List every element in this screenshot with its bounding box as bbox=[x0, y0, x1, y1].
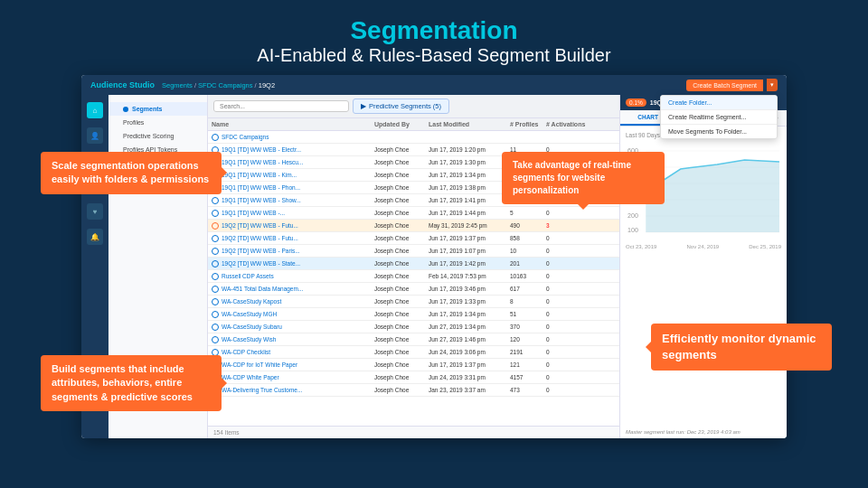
callout-realtime-segments: Take advantage of real-time segments for… bbox=[502, 152, 665, 204]
col-name: Name bbox=[212, 121, 374, 127]
table-row[interactable]: WA-Delivering True Custome... Joseph Cho… bbox=[208, 384, 619, 397]
segment-percent: 0.1% bbox=[626, 99, 646, 107]
svg-text:100: 100 bbox=[627, 227, 638, 233]
row-icon bbox=[212, 134, 219, 141]
callout-build-segments: Build segments that include attributes, … bbox=[41, 355, 222, 411]
table-row[interactable]: WA-CDP White Paper Joseph ChoeJun 24, 20… bbox=[208, 371, 619, 384]
app-topbar: Audience Studio Segments / SFDC Campaign… bbox=[81, 75, 787, 95]
table-row[interactable]: WA-CaseStudy Kapost Joseph ChoeJun 17, 2… bbox=[208, 296, 619, 308]
table-row-highlighted[interactable]: 19Q2 [TD] WW WEB - Futu... Joseph ChoeMa… bbox=[208, 220, 619, 232]
app-logo: Audience Studio bbox=[90, 80, 155, 89]
table-row[interactable]: SFDC Campaigns bbox=[208, 131, 619, 144]
page-title: Segmentation bbox=[0, 16, 868, 45]
table-row[interactable]: Russell CDP Assets Joseph ChoeFeb 14, 20… bbox=[208, 270, 619, 283]
table-row[interactable]: WA-CDP Checklist Joseph ChoeJun 24, 2019… bbox=[208, 346, 619, 359]
predictive-segments-folder[interactable]: ▶ Predictive Segments (5) bbox=[353, 99, 449, 114]
table-row[interactable]: 19Q2 [TD] WW WEB - Futu... Joseph ChoeJu… bbox=[208, 232, 619, 245]
sidebar-icon-home[interactable]: ⌂ bbox=[87, 102, 103, 118]
col-activations: # Activations bbox=[546, 121, 591, 127]
sidebar-icon-heart[interactable]: ♥ bbox=[87, 203, 103, 220]
table-row[interactable]: WA-451 Total Data Managem... Joseph Choe… bbox=[208, 283, 619, 296]
table-row[interactable]: 19Q2 [TD] WW WEB - Paris... Joseph ChoeJ… bbox=[208, 245, 619, 258]
dropdown-create-realtime[interactable]: Create Realtime Segment... bbox=[661, 110, 777, 125]
col-updated: Updated By bbox=[374, 121, 429, 127]
page-subtitle: AI-Enabled & Rules-Based Segment Builder bbox=[0, 45, 868, 66]
table-header: Name Updated By Last Modified # Profiles… bbox=[208, 118, 619, 131]
table-row[interactable]: WA-CaseStudy Wish Joseph ChoeJun 27, 201… bbox=[208, 333, 619, 346]
table-footer: 154 Items bbox=[208, 426, 619, 438]
svg-text:200: 200 bbox=[627, 212, 638, 219]
main-area: Audience Studio Segments / SFDC Campaign… bbox=[27, 75, 841, 438]
left-panel-predictive[interactable]: Predictive Scoring bbox=[108, 129, 207, 143]
chart-labels: Oct 23, 2019 Nov 24, 2019 Dec 25, 2019 bbox=[626, 244, 781, 249]
table-row-selected[interactable]: 19Q2 [TD] WW WEB - State... Joseph ChoeJ… bbox=[208, 258, 619, 270]
dropdown-move-segments[interactable]: Move Segments To Folder... bbox=[661, 125, 777, 138]
svg-marker-12 bbox=[646, 160, 779, 232]
page-header: Segmentation AI-Enabled & Rules-Based Se… bbox=[0, 0, 868, 75]
dropdown-create-folder[interactable]: Create Folder... bbox=[661, 96, 777, 110]
table-row[interactable]: WA-CaseStudy MGH Joseph ChoeJun 17, 2019… bbox=[208, 308, 619, 321]
create-dropdown-menu: Create Folder... Create Realtime Segment… bbox=[660, 95, 778, 139]
left-panel-profiles[interactable]: Profiles bbox=[108, 116, 207, 129]
row-name: SFDC Campaigns bbox=[212, 134, 374, 141]
sidebar-icon-bell[interactable]: 🔔 bbox=[87, 229, 103, 245]
chart-footer: Master segment last run: Dec 23, 2019 4:… bbox=[620, 429, 787, 438]
table-row[interactable]: 19Q1 [TD] WW WEB -... Joseph ChoeJun 17,… bbox=[208, 207, 619, 220]
search-input[interactable] bbox=[213, 100, 349, 112]
callout-monitor-segments: Efficiently monitor dynamic segments bbox=[651, 324, 832, 371]
sidebar-icon-users[interactable]: 👤 bbox=[87, 127, 103, 144]
callout-segmentation-scale: Scale segmentation operations easily wit… bbox=[41, 152, 222, 194]
create-batch-segment-button[interactable]: Create Batch Segment bbox=[686, 80, 763, 91]
col-modified: Last Modified bbox=[429, 121, 510, 127]
left-panel-segments[interactable]: Segments bbox=[108, 102, 207, 116]
breadcrumb: Segments / SFDC Campaigns / 19Q2 bbox=[162, 81, 275, 89]
search-bar: ▶ Predictive Segments (5) bbox=[208, 95, 619, 118]
col-profiles: # Profiles bbox=[510, 121, 546, 127]
create-dropdown-button[interactable]: ▾ bbox=[767, 79, 778, 91]
table-row[interactable]: WA-CaseStudy Subaru Joseph ChoeJun 27, 2… bbox=[208, 321, 619, 333]
table-row[interactable]: WA-CDP for IoT White Paper Joseph ChoeJu… bbox=[208, 359, 619, 371]
topbar-right: Create Batch Segment ▾ bbox=[686, 79, 778, 91]
main-content: ▶ Predictive Segments (5) Name Updated B… bbox=[208, 95, 619, 438]
right-panel: 0.1% 19Q2 [TD] WW... CHART RULES ACTIVAT… bbox=[619, 95, 787, 438]
